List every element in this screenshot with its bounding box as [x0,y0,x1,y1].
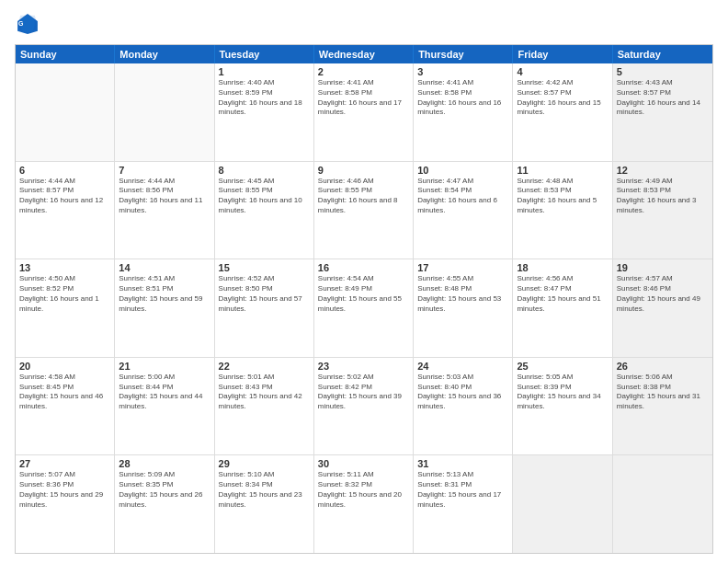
calendar-cell: 17Sunrise: 4:55 AM Sunset: 8:48 PM Dayli… [414,259,513,357]
calendar-row: 1Sunrise: 4:40 AM Sunset: 8:59 PM Daylig… [16,63,712,161]
day-number: 29 [219,458,310,469]
calendar-body: 1Sunrise: 4:40 AM Sunset: 8:59 PM Daylig… [16,63,712,553]
calendar-cell: 7Sunrise: 4:44 AM Sunset: 8:56 PM Daylig… [115,162,214,259]
weekday-header: Tuesday [215,45,314,63]
day-number: 20 [19,361,110,372]
cell-text: Sunrise: 4:49 AM Sunset: 8:53 PM Dayligh… [617,177,709,216]
calendar-cell: 16Sunrise: 4:54 AM Sunset: 8:49 PM Dayli… [314,259,414,357]
calendar-cell: 25Sunrise: 5:05 AM Sunset: 8:39 PM Dayli… [513,358,612,455]
day-number: 5 [617,66,709,77]
day-number: 27 [19,458,110,469]
cell-text: Sunrise: 4:41 AM Sunset: 8:58 PM Dayligh… [417,78,508,118]
cell-text: Sunrise: 4:46 AM Sunset: 8:55 PM Dayligh… [318,177,409,216]
day-number: 10 [417,165,508,176]
weekday-header: Friday [513,45,612,63]
calendar: SundayMondayTuesdayWednesdayThursdayFrid… [15,44,713,554]
day-number: 8 [219,165,310,176]
page: G SundayMondayTuesdayWednesdayThursdayFr… [0,0,728,563]
cell-text: Sunrise: 4:44 AM Sunset: 8:56 PM Dayligh… [119,177,210,216]
cell-text: Sunrise: 4:42 AM Sunset: 8:57 PM Dayligh… [517,78,608,118]
cell-text: Sunrise: 5:05 AM Sunset: 8:39 PM Dayligh… [517,373,608,412]
day-number: 16 [318,262,409,273]
day-number: 26 [617,361,709,372]
day-number: 30 [318,458,409,469]
cell-text: Sunrise: 4:55 AM Sunset: 8:48 PM Dayligh… [417,274,508,314]
day-number: 22 [219,361,310,372]
day-number: 24 [417,361,508,372]
cell-text: Sunrise: 4:58 AM Sunset: 8:45 PM Dayligh… [19,373,110,412]
calendar-cell: 5Sunrise: 4:43 AM Sunset: 8:57 PM Daylig… [613,63,712,161]
calendar-cell: 27Sunrise: 5:07 AM Sunset: 8:36 PM Dayli… [16,455,115,553]
cell-text: Sunrise: 4:50 AM Sunset: 8:52 PM Dayligh… [19,274,110,314]
cell-text: Sunrise: 5:13 AM Sunset: 8:31 PM Dayligh… [417,470,508,510]
cell-text: Sunrise: 4:41 AM Sunset: 8:58 PM Dayligh… [318,78,409,118]
day-number: 31 [417,458,508,469]
day-number: 14 [119,262,210,273]
calendar-cell: 14Sunrise: 4:51 AM Sunset: 8:51 PM Dayli… [115,259,214,357]
cell-text: Sunrise: 5:03 AM Sunset: 8:40 PM Dayligh… [417,373,508,412]
calendar-cell: 10Sunrise: 4:47 AM Sunset: 8:54 PM Dayli… [414,162,513,259]
cell-text: Sunrise: 5:07 AM Sunset: 8:36 PM Dayligh… [19,470,110,510]
logo-icon: G [15,11,40,37]
calendar-cell: 12Sunrise: 4:49 AM Sunset: 8:53 PM Dayli… [613,162,712,259]
calendar-cell: 29Sunrise: 5:10 AM Sunset: 8:34 PM Dayli… [215,455,314,553]
day-number: 18 [517,262,608,273]
calendar-row: 27Sunrise: 5:07 AM Sunset: 8:36 PM Dayli… [16,454,712,553]
day-number: 13 [19,262,110,273]
cell-text: Sunrise: 4:43 AM Sunset: 8:57 PM Dayligh… [617,78,709,118]
calendar-cell: 4Sunrise: 4:42 AM Sunset: 8:57 PM Daylig… [513,63,612,161]
cell-text: Sunrise: 4:45 AM Sunset: 8:55 PM Dayligh… [219,177,310,216]
calendar-cell: 15Sunrise: 4:52 AM Sunset: 8:50 PM Dayli… [215,259,314,357]
calendar-cell [513,455,612,553]
cell-text: Sunrise: 4:51 AM Sunset: 8:51 PM Dayligh… [119,274,210,314]
calendar-cell: 23Sunrise: 5:02 AM Sunset: 8:42 PM Dayli… [314,358,414,455]
calendar-cell: 21Sunrise: 5:00 AM Sunset: 8:44 PM Dayli… [115,358,214,455]
cell-text: Sunrise: 4:52 AM Sunset: 8:50 PM Dayligh… [219,274,310,314]
day-number: 2 [318,66,409,77]
day-number: 4 [517,66,608,77]
calendar-cell: 3Sunrise: 4:41 AM Sunset: 8:58 PM Daylig… [414,63,513,161]
calendar-cell [16,63,115,161]
calendar-cell: 26Sunrise: 5:06 AM Sunset: 8:38 PM Dayli… [613,358,712,455]
day-number: 12 [617,165,709,176]
calendar-cell: 20Sunrise: 4:58 AM Sunset: 8:45 PM Dayli… [16,358,115,455]
day-number: 17 [417,262,508,273]
calendar-cell: 24Sunrise: 5:03 AM Sunset: 8:40 PM Dayli… [414,358,513,455]
calendar-cell: 9Sunrise: 4:46 AM Sunset: 8:55 PM Daylig… [314,162,414,259]
calendar-row: 20Sunrise: 4:58 AM Sunset: 8:45 PM Dayli… [16,357,712,455]
calendar-cell [613,455,712,553]
day-number: 23 [318,361,409,372]
cell-text: Sunrise: 5:02 AM Sunset: 8:42 PM Dayligh… [318,373,409,412]
cell-text: Sunrise: 4:44 AM Sunset: 8:57 PM Dayligh… [19,177,110,216]
calendar-cell: 31Sunrise: 5:13 AM Sunset: 8:31 PM Dayli… [414,455,513,553]
day-number: 1 [219,66,310,77]
calendar-cell: 18Sunrise: 4:56 AM Sunset: 8:47 PM Dayli… [513,259,612,357]
cell-text: Sunrise: 5:00 AM Sunset: 8:44 PM Dayligh… [119,373,210,412]
header: G [15,11,713,37]
calendar-header: SundayMondayTuesdayWednesdayThursdayFrid… [16,45,712,63]
calendar-cell: 13Sunrise: 4:50 AM Sunset: 8:52 PM Dayli… [16,259,115,357]
calendar-row: 13Sunrise: 4:50 AM Sunset: 8:52 PM Dayli… [16,259,712,357]
day-number: 19 [617,262,709,273]
cell-text: Sunrise: 4:57 AM Sunset: 8:46 PM Dayligh… [617,274,709,314]
calendar-cell: 6Sunrise: 4:44 AM Sunset: 8:57 PM Daylig… [16,162,115,259]
calendar-cell: 19Sunrise: 4:57 AM Sunset: 8:46 PM Dayli… [613,259,712,357]
day-number: 21 [119,361,210,372]
day-number: 11 [517,165,608,176]
logo: G [15,11,44,37]
day-number: 25 [517,361,608,372]
cell-text: Sunrise: 5:01 AM Sunset: 8:43 PM Dayligh… [219,373,310,412]
cell-text: Sunrise: 5:06 AM Sunset: 8:38 PM Dayligh… [617,373,709,412]
day-number: 28 [119,458,210,469]
cell-text: Sunrise: 5:10 AM Sunset: 8:34 PM Dayligh… [219,470,310,510]
calendar-cell: 2Sunrise: 4:41 AM Sunset: 8:58 PM Daylig… [314,63,414,161]
weekday-header: Sunday [16,45,115,63]
weekday-header: Thursday [414,45,513,63]
cell-text: Sunrise: 4:40 AM Sunset: 8:59 PM Dayligh… [219,78,310,118]
calendar-cell: 28Sunrise: 5:09 AM Sunset: 8:35 PM Dayli… [115,455,214,553]
cell-text: Sunrise: 4:56 AM Sunset: 8:47 PM Dayligh… [517,274,608,314]
calendar-cell [115,63,214,161]
cell-text: Sunrise: 4:47 AM Sunset: 8:54 PM Dayligh… [417,177,508,216]
cell-text: Sunrise: 5:09 AM Sunset: 8:35 PM Dayligh… [119,470,210,510]
calendar-row: 6Sunrise: 4:44 AM Sunset: 8:57 PM Daylig… [16,161,712,259]
